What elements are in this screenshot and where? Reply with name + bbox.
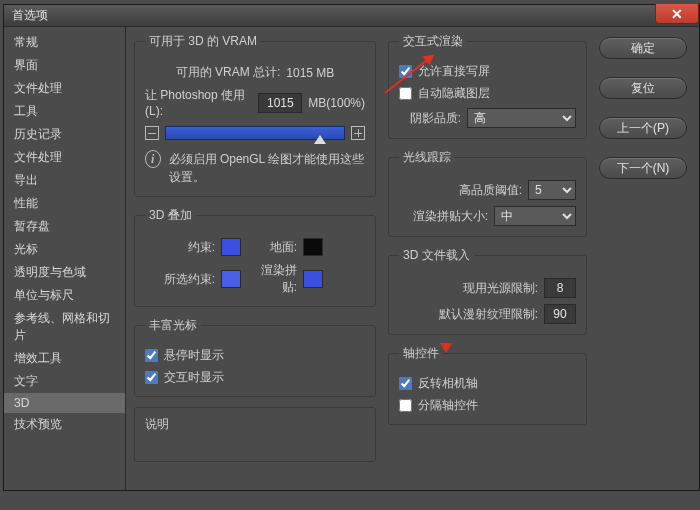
separate-checkbox[interactable]: 分隔轴控件 (399, 397, 576, 414)
selconstraint-swatch[interactable] (221, 270, 241, 288)
tilesize-label: 渲染拼贴大小: (413, 208, 488, 225)
sidebar-item[interactable]: 单位与标尺 (4, 284, 125, 307)
sidebar-item[interactable]: 光标 (4, 238, 125, 261)
close-button[interactable]: ✕ (655, 4, 699, 24)
vram-unit: MB(100%) (308, 96, 365, 110)
lightlimit-input[interactable] (544, 278, 576, 298)
sidebar-item[interactable]: 历史记录 (4, 123, 125, 146)
threshold-select[interactable]: 5 (528, 180, 576, 200)
axis-legend: 轴控件 (399, 345, 443, 362)
description-group: 说明 (134, 407, 376, 462)
close-icon: ✕ (671, 6, 683, 22)
sidebar: 常规界面文件处理工具历史记录文件处理导出性能暂存盘光标透明度与色域单位与标尺参考… (4, 27, 126, 490)
vram-group: 可用于 3D 的 VRAM 可用的 VRAM 总计: 1015 MB 让 Pho… (134, 33, 376, 197)
sidebar-item[interactable]: 文件处理 (4, 146, 125, 169)
slider-thumb[interactable] (314, 135, 326, 144)
sidebar-item[interactable]: 工具 (4, 100, 125, 123)
tile-swatch[interactable] (303, 270, 323, 288)
ok-button[interactable]: 确定 (599, 37, 687, 59)
selconstraint-label: 所选约束: (145, 271, 215, 288)
threshold-label: 高品质阈值: (459, 182, 522, 199)
description-legend: 说明 (145, 417, 169, 431)
plus-icon[interactable] (351, 126, 365, 140)
sidebar-item[interactable]: 3D (4, 393, 125, 413)
vram-info: 必须启用 OpenGL 绘图才能使用这些设置。 (169, 150, 365, 186)
autohide-checkbox[interactable]: 自动隐藏图层 (399, 85, 576, 102)
sidebar-item[interactable]: 文字 (4, 370, 125, 393)
vram-input[interactable] (258, 93, 302, 113)
sidebar-item[interactable]: 文件处理 (4, 77, 125, 100)
invert-checkbox[interactable]: 反转相机轴 (399, 375, 576, 392)
vram-total-value: 1015 MB (286, 66, 334, 80)
window-title: 首选项 (12, 7, 48, 24)
render-legend: 交互式渲染 (399, 33, 467, 50)
direct-checkbox[interactable]: 允许直接写屏 (399, 63, 576, 80)
tilesize-select[interactable]: 中 (494, 206, 576, 226)
constraint-label: 约束: (145, 239, 215, 256)
difflimit-input[interactable] (544, 304, 576, 324)
vram-slider[interactable] (165, 126, 345, 140)
shadow-select[interactable]: 高 (467, 108, 576, 128)
sidebar-item[interactable]: 界面 (4, 54, 125, 77)
render-group: 交互式渲染 允许直接写屏 自动隐藏图层 阴影品质: 高 (388, 33, 587, 139)
sidebar-item[interactable]: 参考线、网格和切片 (4, 307, 125, 347)
fileload-group: 3D 文件载入 现用光源限制: 默认漫射纹理限制: (388, 247, 587, 335)
sidebar-item[interactable]: 技术预览 (4, 413, 125, 436)
difflimit-label: 默认漫射纹理限制: (439, 306, 538, 323)
vram-let-label: 让 Photoshop 使用(L): (145, 87, 252, 118)
raytrace-legend: 光线跟踪 (399, 149, 455, 166)
preferences-window: 首选项 ✕ 常规界面文件处理工具历史记录文件处理导出性能暂存盘光标透明度与色域单… (3, 4, 700, 491)
shadow-label: 阴影品质: (399, 110, 461, 127)
next-button[interactable]: 下一个(N) (599, 157, 687, 179)
tile-label: 渲染拼贴: (247, 262, 297, 296)
vram-legend: 可用于 3D 的 VRAM (145, 33, 261, 50)
annotation-arrow-icon (440, 343, 452, 353)
reset-button[interactable]: 复位 (599, 77, 687, 99)
info-icon: i (145, 150, 161, 168)
richcursor-legend: 丰富光标 (145, 317, 201, 334)
sidebar-item[interactable]: 导出 (4, 169, 125, 192)
ground-swatch[interactable] (303, 238, 323, 256)
richcursor-group: 丰富光标 悬停时显示 交互时显示 (134, 317, 376, 397)
interact-checkbox[interactable]: 交互时显示 (145, 369, 365, 386)
main-panel: 可用于 3D 的 VRAM 可用的 VRAM 总计: 1015 MB 让 Pho… (126, 27, 699, 490)
sidebar-item[interactable]: 增效工具 (4, 347, 125, 370)
vram-total-label: 可用的 VRAM 总计: (176, 64, 281, 81)
constraint-swatch[interactable] (221, 238, 241, 256)
overlay-legend: 3D 叠加 (145, 207, 196, 224)
lightlimit-label: 现用光源限制: (463, 280, 538, 297)
titlebar: 首选项 ✕ (4, 5, 699, 27)
fileload-legend: 3D 文件载入 (399, 247, 474, 264)
hover-checkbox[interactable]: 悬停时显示 (145, 347, 365, 364)
axis-group: 轴控件 反转相机轴 分隔轴控件 (388, 345, 587, 425)
sidebar-item[interactable]: 暂存盘 (4, 215, 125, 238)
minus-icon[interactable] (145, 126, 159, 140)
ground-label: 地面: (247, 239, 297, 256)
sidebar-item[interactable]: 常规 (4, 31, 125, 54)
overlay-group: 3D 叠加 约束: 地面: 所选约束: 渲染拼贴: (134, 207, 376, 307)
prev-button[interactable]: 上一个(P) (599, 117, 687, 139)
raytrace-group: 光线跟踪 高品质阈值: 5 渲染拼贴大小: 中 (388, 149, 587, 237)
sidebar-item[interactable]: 性能 (4, 192, 125, 215)
sidebar-item[interactable]: 透明度与色域 (4, 261, 125, 284)
